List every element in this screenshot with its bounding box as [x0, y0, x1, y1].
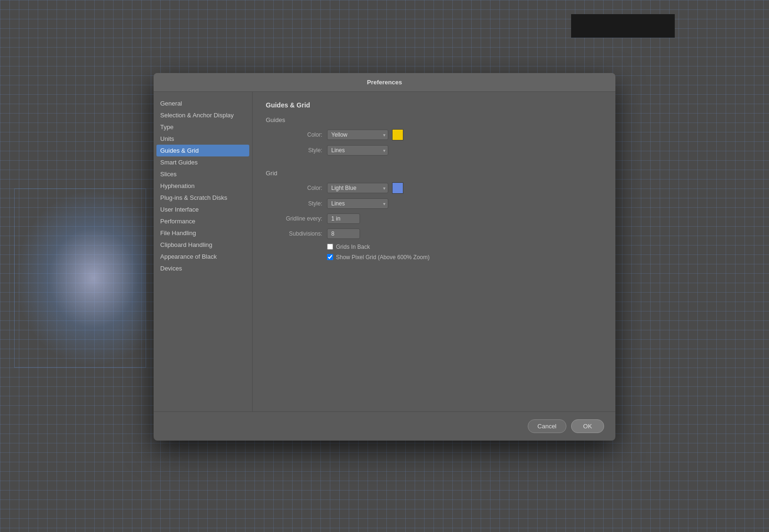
show-pixel-grid-row: Show Pixel Grid (Above 600% Zoom) [327, 254, 602, 261]
guides-style-select[interactable]: Lines Dashed Lines [327, 145, 388, 156]
content-area: Guides & Grid Guides Color: Yellow Light… [253, 92, 615, 411]
guides-style-label: Style: [266, 147, 322, 154]
dialog-body: General Selection & Anchor Display Type … [154, 92, 615, 411]
gridline-row: Gridline every: [266, 213, 602, 224]
show-pixel-grid-checkbox[interactable] [327, 254, 333, 260]
grid-style-select[interactable]: Lines Dashed Lines [327, 198, 388, 209]
sidebar-item-plugins-scratch[interactable]: Plug-ins & Scratch Disks [154, 192, 252, 204]
sidebar-item-general[interactable]: General [154, 98, 252, 109]
grid-style-label: Style: [266, 200, 322, 207]
grid-section-title: Grid [266, 170, 602, 177]
grids-in-back-checkbox[interactable] [327, 244, 333, 250]
section-separator-1 [266, 160, 602, 168]
grid-style-select-wrapper: Lines Dashed Lines [327, 198, 388, 209]
gridline-input[interactable] [327, 213, 360, 224]
grids-in-back-row: Grids In Back [327, 244, 602, 250]
sidebar-item-user-interface[interactable]: User Interface [154, 204, 252, 215]
cancel-button[interactable]: Cancel [528, 419, 566, 433]
grid-style-row: Style: Lines Dashed Lines [266, 198, 602, 209]
dialog-overlay: Preferences General Selection & Anchor D… [0, 0, 769, 532]
guides-style-row: Style: Lines Dashed Lines [266, 145, 602, 156]
show-pixel-grid-label[interactable]: Show Pixel Grid (Above 600% Zoom) [336, 254, 430, 261]
grid-color-row: Color: Yellow Light Blue Green Cyan Red … [266, 182, 602, 194]
sidebar-item-performance[interactable]: Performance [154, 215, 252, 227]
guides-color-label: Color: [266, 131, 322, 138]
guides-color-select[interactable]: Yellow Light Blue Green Cyan Red Magenta… [327, 130, 388, 140]
guides-style-select-wrapper: Lines Dashed Lines [327, 145, 388, 156]
sidebar-item-guides-grid[interactable]: Guides & Grid [156, 145, 249, 156]
subdivisions-row: Subdivisions: [266, 229, 602, 239]
dialog-title: Preferences [367, 79, 402, 86]
sidebar: General Selection & Anchor Display Type … [154, 92, 253, 411]
grid-color-label: Color: [266, 185, 322, 191]
grid-color-select[interactable]: Yellow Light Blue Green Cyan Red Magenta… [327, 183, 388, 193]
sidebar-item-file-handling[interactable]: File Handling [154, 227, 252, 239]
guides-color-select-wrapper: Yellow Light Blue Green Cyan Red Magenta… [327, 130, 388, 140]
page-title: Guides & Grid [266, 101, 602, 109]
subdivisions-label: Subdivisions: [266, 230, 322, 237]
sidebar-item-hyphenation[interactable]: Hyphenation [154, 180, 252, 192]
guides-color-row: Color: Yellow Light Blue Green Cyan Red … [266, 129, 602, 140]
sidebar-item-devices[interactable]: Devices [154, 262, 252, 274]
sidebar-item-units[interactable]: Units [154, 133, 252, 145]
subdivisions-input[interactable] [327, 229, 360, 239]
gridline-label: Gridline every: [266, 215, 322, 222]
sidebar-item-type[interactable]: Type [154, 121, 252, 133]
grid-color-select-wrapper: Yellow Light Blue Green Cyan Red Magenta… [327, 183, 388, 193]
dialog-titlebar: Preferences [154, 73, 615, 92]
sidebar-item-appearance-of-black[interactable]: Appearance of Black [154, 251, 252, 262]
grid-color-swatch[interactable] [392, 182, 403, 194]
grids-in-back-label[interactable]: Grids In Back [336, 244, 370, 250]
guides-section-title: Guides [266, 116, 602, 123]
sidebar-item-slices[interactable]: Slices [154, 168, 252, 180]
preferences-dialog: Preferences General Selection & Anchor D… [154, 73, 615, 441]
guides-color-swatch[interactable] [392, 129, 403, 140]
dialog-footer: Cancel OK [154, 411, 615, 441]
sidebar-item-clipboard-handling[interactable]: Clipboard Handling [154, 239, 252, 251]
sidebar-item-selection-anchor-display[interactable]: Selection & Anchor Display [154, 109, 252, 121]
sidebar-item-smart-guides[interactable]: Smart Guides [154, 156, 252, 168]
ok-button[interactable]: OK [571, 419, 604, 433]
